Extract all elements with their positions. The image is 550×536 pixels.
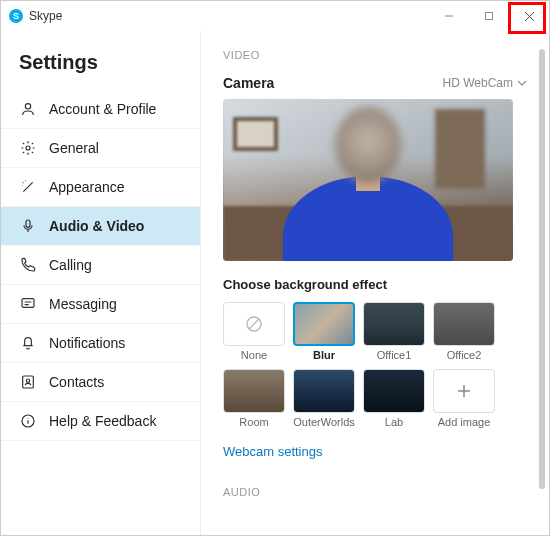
sidebar-item-messaging[interactable]: Messaging bbox=[1, 285, 200, 324]
sidebar-item-general[interactable]: General bbox=[1, 129, 200, 168]
sidebar-item-label: Appearance bbox=[49, 179, 125, 195]
bg-effect-label: None bbox=[223, 349, 285, 361]
sidebar-item-notifications[interactable]: Notifications bbox=[1, 324, 200, 363]
chevron-down-icon bbox=[517, 78, 527, 88]
camera-preview bbox=[223, 99, 513, 261]
svg-rect-7 bbox=[22, 299, 34, 308]
svg-rect-1 bbox=[486, 13, 493, 20]
plus-icon bbox=[455, 382, 473, 400]
sidebar-item-label: Calling bbox=[49, 257, 92, 273]
sidebar-item-label: General bbox=[49, 140, 99, 156]
info-icon bbox=[19, 412, 37, 430]
settings-heading: Settings bbox=[1, 51, 200, 90]
wand-icon bbox=[19, 178, 37, 196]
minimize-button[interactable] bbox=[429, 1, 469, 31]
svg-point-4 bbox=[25, 104, 30, 109]
sidebar-item-contacts[interactable]: Contacts bbox=[1, 363, 200, 402]
sidebar-item-account-profile[interactable]: Account & Profile bbox=[1, 90, 200, 129]
maximize-button[interactable] bbox=[469, 1, 509, 31]
svg-line-12 bbox=[249, 319, 259, 329]
settings-sidebar: Settings Account & Profile General Appea… bbox=[1, 31, 201, 535]
sidebar-item-label: Messaging bbox=[49, 296, 117, 312]
sidebar-item-help-feedback[interactable]: Help & Feedback bbox=[1, 402, 200, 441]
background-effect-heading: Choose background effect bbox=[223, 277, 527, 292]
sidebar-item-label: Audio & Video bbox=[49, 218, 144, 234]
bg-effect-label: OuterWorlds bbox=[293, 416, 355, 428]
svg-rect-6 bbox=[26, 220, 30, 227]
bg-effect-label: Lab bbox=[363, 416, 425, 428]
audio-section-label: AUDIO bbox=[223, 486, 527, 498]
bg-effect-none[interactable] bbox=[223, 302, 285, 346]
bell-icon bbox=[19, 334, 37, 352]
camera-label: Camera bbox=[223, 75, 274, 91]
bg-effect-label: Blur bbox=[293, 349, 355, 361]
bg-effect-room[interactable] bbox=[223, 369, 285, 413]
contacts-icon bbox=[19, 373, 37, 391]
sidebar-item-label: Account & Profile bbox=[49, 101, 156, 117]
main-panel: VIDEO Camera HD WebCam Choose background… bbox=[201, 31, 549, 535]
svg-point-5 bbox=[26, 146, 30, 150]
camera-selected-value: HD WebCam bbox=[443, 76, 513, 90]
sidebar-item-calling[interactable]: Calling bbox=[1, 246, 200, 285]
bg-effect-label: Office1 bbox=[363, 349, 425, 361]
bg-effect-label: Office2 bbox=[433, 349, 495, 361]
titlebar: S Skype bbox=[1, 1, 549, 31]
bg-effect-blur[interactable] bbox=[293, 302, 355, 346]
microphone-icon bbox=[19, 217, 37, 235]
skype-logo-icon: S bbox=[9, 9, 23, 23]
bg-effect-outerworlds[interactable] bbox=[293, 369, 355, 413]
phone-icon bbox=[19, 256, 37, 274]
none-icon bbox=[245, 315, 263, 333]
video-section-label: VIDEO bbox=[223, 49, 527, 61]
bg-effect-label: Room bbox=[223, 416, 285, 428]
sidebar-item-label: Contacts bbox=[49, 374, 104, 390]
sidebar-item-label: Help & Feedback bbox=[49, 413, 156, 429]
bg-effect-office2[interactable] bbox=[433, 302, 495, 346]
svg-point-9 bbox=[26, 379, 29, 382]
chat-icon bbox=[19, 295, 37, 313]
background-effect-grid: None Blur Office1 Office2 Room OuterWorl… bbox=[223, 302, 523, 428]
bg-effect-label: Add image bbox=[433, 416, 495, 428]
person-icon bbox=[19, 100, 37, 118]
scrollbar[interactable] bbox=[539, 49, 545, 489]
gear-icon bbox=[19, 139, 37, 157]
window-buttons bbox=[429, 1, 549, 31]
bg-effect-lab[interactable] bbox=[363, 369, 425, 413]
sidebar-item-label: Notifications bbox=[49, 335, 125, 351]
sidebar-item-audio-video[interactable]: Audio & Video bbox=[1, 207, 200, 246]
webcam-settings-link[interactable]: Webcam settings bbox=[223, 444, 322, 459]
bg-effect-add-image[interactable] bbox=[433, 369, 495, 413]
camera-select[interactable]: HD WebCam bbox=[443, 76, 527, 90]
sidebar-item-appearance[interactable]: Appearance bbox=[1, 168, 200, 207]
bg-effect-office1[interactable] bbox=[363, 302, 425, 346]
window-title: Skype bbox=[29, 9, 429, 23]
close-button[interactable] bbox=[509, 1, 549, 31]
